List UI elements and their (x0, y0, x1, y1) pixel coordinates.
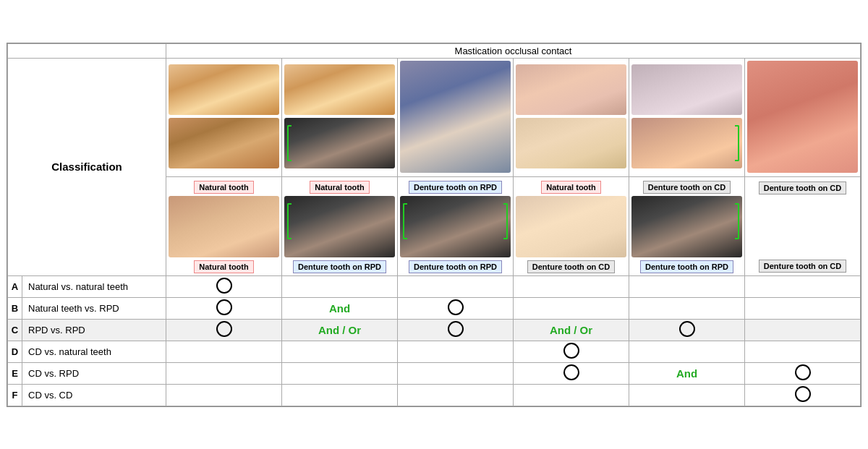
row-b-col3 (398, 297, 514, 319)
row-f-col2 (282, 384, 398, 406)
row-a-col5 (629, 275, 745, 297)
row-c-col3 (398, 319, 514, 341)
row-c-col5 (629, 319, 745, 341)
row-c-andor2: And / Or (550, 324, 592, 336)
col1-photos (166, 58, 282, 176)
empty-header (8, 43, 166, 58)
row-b: B Natural teeth vs. RPD And (8, 297, 861, 319)
row-e-col3 (398, 362, 514, 384)
row-b-and: And (329, 302, 350, 315)
row-e-col1 (166, 362, 282, 384)
row-f-col6 (745, 384, 861, 406)
row-c-circle5 (679, 321, 695, 337)
row-d-col3 (398, 341, 514, 362)
row-a-col2 (282, 275, 398, 297)
row-a-label: Natural vs. natural teeth (22, 275, 166, 297)
col2-photos (282, 58, 398, 176)
col2-bracket (287, 125, 292, 161)
row-d-col6 (745, 341, 861, 362)
main-table-wrapper: Mastication occlusal contact Classificat… (7, 43, 861, 407)
col3-lower-label-photo (400, 196, 511, 257)
col5-lower-label-photo (631, 196, 742, 257)
row-d-circle4 (563, 343, 579, 359)
row-a: A Natural vs. natural teeth (8, 275, 861, 297)
col2-upper-photo (284, 64, 395, 115)
header-row: Mastication occlusal contact (8, 43, 861, 58)
row-b-circle3 (448, 299, 464, 315)
col5-upper-label: Denture tooth on CD (643, 181, 731, 194)
row-a-letter: A (8, 275, 22, 297)
row-f-col1 (166, 384, 282, 406)
col2-lower-photo (284, 118, 395, 168)
col3-photos (398, 58, 514, 176)
row-e-letter: E (8, 362, 22, 384)
main-title: Mastication occlusal contact (166, 43, 861, 58)
col6-photos (745, 58, 861, 176)
classification-label: Classification (8, 58, 166, 275)
row-e-circle6 (795, 364, 811, 380)
row-f-label: CD vs. CD (22, 384, 166, 406)
row-a-col4 (514, 275, 629, 297)
row-e: E CD vs. RPD And (8, 362, 861, 384)
row-b-col5 (629, 297, 745, 319)
col5-upper-photo (631, 64, 742, 115)
col5-photos (629, 58, 745, 176)
row-e-col4 (514, 362, 629, 384)
row-c-andor1: And / Or (318, 324, 361, 336)
col4-lower-photo (516, 118, 626, 168)
col4-upper-label: Natural tooth (541, 181, 600, 194)
row-e-col6 (745, 362, 861, 384)
row-b-col4 (514, 297, 629, 319)
photo-row: Classification (8, 58, 861, 176)
row-c-col1 (166, 319, 282, 341)
col6-photo (747, 61, 858, 173)
col5-lower-photo (631, 118, 742, 168)
row-d-label: CD vs. natural teeth (22, 341, 166, 362)
row-a-col1 (166, 275, 282, 297)
col4-lower-label: Denture tooth on CD (527, 260, 616, 273)
row-c-circle1 (216, 321, 232, 337)
row-c-circle3 (448, 321, 464, 337)
col1-upper-photo (169, 64, 279, 115)
row-c: C RPD vs. RPD And / Or And / Or (8, 319, 861, 341)
row-c-letter: C (8, 319, 22, 341)
row-e-col2 (282, 362, 398, 384)
col2-lower-label-photo (284, 196, 395, 257)
row-c-col2: And / Or (282, 319, 398, 341)
col3-label-bracket-l (403, 203, 407, 239)
col1-upper-label: Natural tooth (194, 181, 253, 194)
row-b-circle1 (216, 299, 232, 315)
row-b-col6 (745, 297, 861, 319)
col4-label-cell: Natural tooth Denture tooth on CD (514, 176, 629, 275)
col1-lower-label: Natural tooth (194, 260, 253, 273)
col2-upper-label: Natural tooth (310, 181, 369, 194)
col3-lower-label: Denture tooth on RPD (409, 260, 502, 273)
row-d: D CD vs. natural teeth (8, 341, 861, 362)
row-a-col6 (745, 275, 861, 297)
col3-label-cell: Denture tooth on RPD Denture tooth on RP… (398, 176, 514, 275)
row-b-col2: And (282, 297, 398, 319)
row-e-label: CD vs. RPD (22, 362, 166, 384)
row-a-circle1 (216, 278, 232, 294)
row-f: F CD vs. CD (8, 384, 861, 406)
col3-upper-label: Denture tooth on RPD (409, 181, 502, 194)
row-c-col6 (745, 319, 861, 341)
row-e-and: And (676, 367, 697, 380)
row-d-letter: D (8, 341, 22, 362)
row-e-col5: And (629, 362, 745, 384)
col6-lower-label: Denture tooth on CD (759, 260, 847, 273)
col4-photos (514, 58, 629, 176)
row-e-circle4 (563, 364, 579, 380)
col2-label-cell: Natural tooth Denture tooth on RPD (282, 176, 398, 275)
row-f-circle6 (795, 386, 811, 402)
col3-upper-photo (400, 61, 511, 173)
col4-upper-photo (516, 64, 626, 115)
col1-lower-label-photo (169, 196, 279, 257)
row-c-col4: And / Or (514, 319, 629, 341)
col5-bracket (735, 125, 739, 161)
row-a-col3 (398, 275, 514, 297)
row-f-col4 (514, 384, 629, 406)
row-f-letter: F (8, 384, 22, 406)
col3-label-bracket-r (503, 203, 508, 239)
row-d-col4 (514, 341, 629, 362)
